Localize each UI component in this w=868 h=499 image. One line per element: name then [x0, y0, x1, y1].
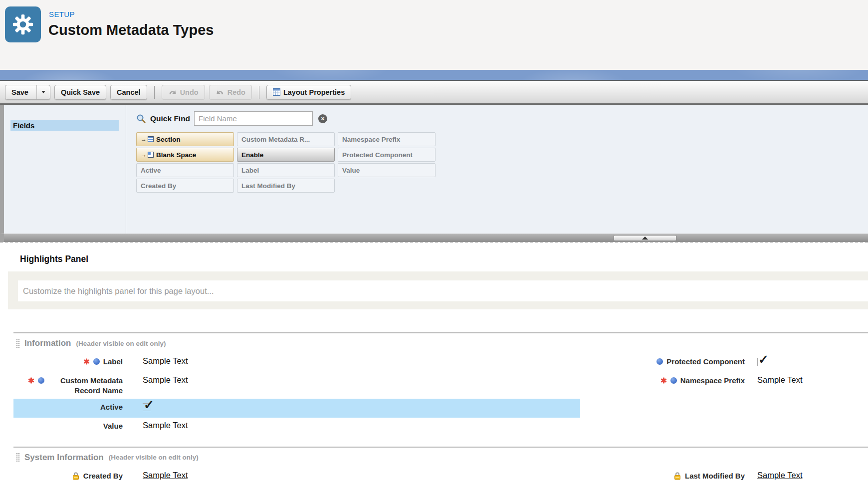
- field-row[interactable]: Last Modified By Sample Text: [435, 468, 868, 487]
- checkmark-icon: [757, 358, 765, 366]
- save-dropdown-button[interactable]: [36, 85, 50, 99]
- field-row[interactable]: Active: [15, 399, 434, 418]
- decorative-banner: [0, 70, 868, 81]
- layout-section: System Information (Header visible on ed…: [13, 447, 868, 497]
- highlights-panel-title: Highlights Panel: [20, 254, 868, 264]
- field-value-cell: Sample Text: [143, 420, 188, 430]
- field-value: Sample Text: [757, 471, 803, 480]
- layout-section: Information (Header visible on edit only…: [13, 332, 868, 447]
- chevron-up-icon: [642, 237, 648, 240]
- quick-find-row: Quick Find ×: [136, 111, 868, 126]
- field-behavior-icon: [93, 358, 100, 365]
- toolbar-separator: [154, 86, 155, 99]
- quick-save-button[interactable]: Quick Save: [54, 85, 106, 100]
- field-row[interactable]: Created By Sample Text: [15, 468, 434, 487]
- palette-item-label: Blank Space: [156, 151, 196, 159]
- section-title: System Information: [24, 453, 104, 463]
- palette-item[interactable]: → Namespace Prefix: [338, 132, 435, 146]
- palette-item-label: Value: [342, 167, 360, 174]
- drag-handle-icon[interactable]: [16, 453, 19, 462]
- sections-host: Information (Header visible on edit only…: [0, 332, 868, 497]
- undo-icon: [168, 88, 177, 96]
- field-label-cell: Protected Component: [435, 356, 745, 367]
- field-label-cell: Label: [15, 356, 123, 367]
- palette-item[interactable]: → Created By: [136, 179, 234, 193]
- field-value-cell: [143, 401, 151, 413]
- palette-item[interactable]: → Blank Space: [136, 148, 234, 162]
- cancel-label: Cancel: [117, 88, 141, 96]
- highlights-customize-box[interactable]: Customize the highlights panel for this …: [18, 280, 868, 301]
- field-label: Active: [100, 402, 123, 412]
- palette-item[interactable]: → Enable: [237, 148, 335, 162]
- palette-item[interactable]: → Active: [136, 163, 234, 177]
- redo-button[interactable]: Redo: [209, 85, 252, 100]
- section-body: Created By Sample Text Last Modified By …: [15, 468, 868, 487]
- section-column-left: Created By Sample Text: [15, 468, 434, 487]
- palette-item-label: Protected Component: [342, 151, 413, 159]
- arrow-right-icon: →: [141, 136, 147, 142]
- section-column-right: Last Modified By Sample Text: [435, 468, 868, 487]
- setup-tile: [5, 6, 41, 42]
- palette-tool-icon: [148, 152, 154, 158]
- section-subtitle: (Header visible on edit only): [109, 454, 199, 461]
- quick-find-input[interactable]: [194, 111, 313, 126]
- palette-item-label: Enable: [241, 151, 263, 159]
- lock-icon: [72, 472, 80, 480]
- section-header[interactable]: System Information (Header visible on ed…: [15, 451, 868, 468]
- field-row[interactable]: Label Sample Text: [15, 353, 434, 372]
- palette-category-fields[interactable]: Fields: [10, 120, 119, 131]
- section-body: Label Sample Text Custom Metadata Record…: [15, 353, 868, 437]
- required-icon: [28, 377, 34, 384]
- field-value: Sample Text: [757, 375, 803, 384]
- field-row[interactable]: Value Sample Text: [15, 418, 434, 437]
- palette-item-label: Section: [156, 136, 181, 143]
- search-icon: [136, 114, 146, 124]
- field-value-cell: Sample Text: [143, 375, 188, 385]
- checkmark-icon: [143, 403, 151, 411]
- clear-search-button[interactable]: ×: [318, 114, 327, 123]
- field-label-cell: Value: [15, 420, 123, 431]
- cancel-button[interactable]: Cancel: [110, 85, 147, 100]
- field-value: Sample Text: [143, 356, 188, 365]
- highlights-placeholder: Customize the highlights panel for this …: [23, 286, 214, 296]
- palette-item[interactable]: → Section: [136, 132, 234, 146]
- section-column-right: Protected Component Namespace Prefix Sam…: [435, 353, 868, 391]
- section-header[interactable]: Information (Header visible on edit only…: [15, 336, 868, 353]
- field-row[interactable]: Namespace Prefix Sample Text: [435, 372, 868, 391]
- field-value: Sample Text: [143, 421, 188, 430]
- palette-grid: → Section → Custom Metadata R... → Names…: [136, 132, 868, 193]
- section-subtitle: (Header visible on edit only): [76, 340, 166, 347]
- field-label: Protected Component: [666, 357, 745, 367]
- palette-item[interactable]: → Value: [338, 163, 435, 177]
- redo-icon: [216, 88, 224, 96]
- field-value: Sample Text: [143, 471, 188, 480]
- field-label: Created By: [83, 471, 123, 481]
- palette-category-panel: Fields: [4, 105, 126, 234]
- palette-item-label: Namespace Prefix: [342, 136, 400, 143]
- layout-properties-icon: [273, 88, 280, 96]
- field-row[interactable]: Custom Metadata Record Name Sample Text: [15, 372, 434, 399]
- arrow-right-icon: →: [141, 152, 147, 158]
- layout-properties-button[interactable]: Layout Properties: [266, 85, 351, 100]
- section-column-left: Label Sample Text Custom Metadata Record…: [15, 353, 434, 437]
- palette-item-label: Last Modified By: [241, 182, 295, 190]
- collapse-palette-handle[interactable]: [614, 235, 676, 241]
- undo-button[interactable]: Undo: [162, 85, 205, 100]
- save-button[interactable]: Save: [5, 85, 50, 100]
- field-value-cell: [757, 356, 765, 368]
- field-row[interactable]: Protected Component: [435, 353, 868, 372]
- palette-item[interactable]: → Custom Metadata R...: [237, 132, 335, 146]
- toolbar-separator: [259, 86, 259, 99]
- lock-icon: [673, 472, 681, 480]
- field-value-cell: Sample Text: [143, 470, 188, 480]
- field-behavior-icon: [670, 377, 677, 384]
- palette-item[interactable]: → Last Modified By: [237, 179, 335, 193]
- chevron-down-icon: [41, 91, 45, 93]
- field-label-cell: Created By: [15, 470, 123, 481]
- palette-item[interactable]: → Label: [237, 163, 335, 177]
- drag-handle-icon[interactable]: [16, 339, 19, 348]
- palette-item-icons: →: [141, 152, 154, 158]
- quick-find-label: Quick Find: [150, 114, 190, 123]
- field-behavior-icon: [656, 358, 663, 365]
- palette-item[interactable]: → Protected Component: [338, 148, 435, 162]
